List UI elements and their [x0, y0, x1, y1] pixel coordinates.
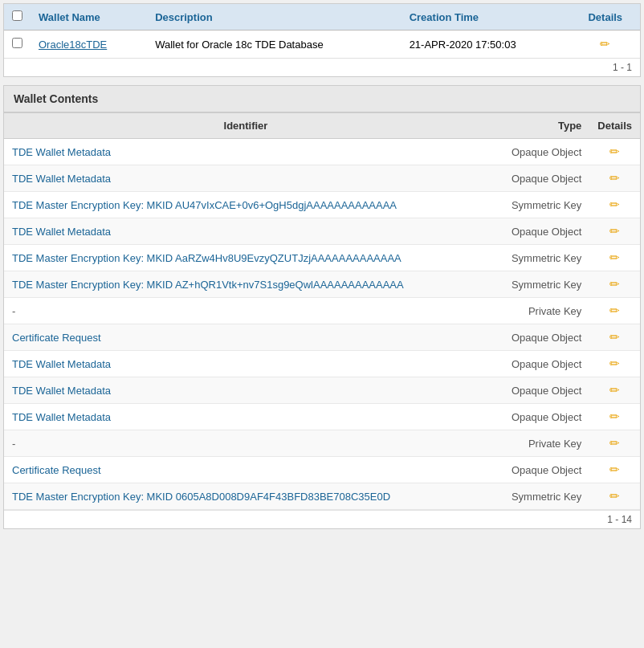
identifier-link[interactable]: Certificate Request: [12, 464, 101, 476]
contents-row: Certificate RequestOpaque Object: [4, 457, 640, 483]
identifier-link[interactable]: TDE Master Encryption Key: MKID AaRZw4Hv…: [12, 252, 401, 264]
contents-type-cell: Private Key: [487, 298, 589, 324]
contents-row: TDE Master Encryption Key: MKID 0605A8D0…: [4, 483, 640, 510]
contents-edit-icon[interactable]: [609, 463, 620, 476]
contents-type-cell: Symmetric Key: [487, 192, 589, 218]
contents-identifier-cell: TDE Wallet Metadata: [4, 165, 487, 192]
contents-identifier-cell: TDE Master Encryption Key: MKID AaRZw4Hv…: [4, 245, 487, 271]
contents-identifier-cell: -: [4, 430, 487, 457]
wallet-list-section: Wallet Name Description Creation Time De…: [3, 3, 641, 77]
contents-edit-icon[interactable]: [609, 251, 620, 264]
contents-pagination: 1 - 14: [4, 510, 640, 528]
contents-edit-icon[interactable]: [609, 330, 620, 344]
contents-details-cell: [589, 483, 640, 510]
identifier-link[interactable]: TDE Wallet Metadata: [12, 146, 111, 158]
contents-edit-icon[interactable]: [609, 198, 620, 211]
identifier-link[interactable]: TDE Master Encryption Key: MKID AZ+hQR1V…: [12, 279, 404, 291]
contents-type-cell: Symmetric Key: [487, 483, 589, 510]
contents-details-cell: [589, 404, 640, 430]
identifier-link[interactable]: TDE Master Encryption Key: MKID AU47vIxC…: [12, 199, 397, 211]
identifier-link[interactable]: TDE Wallet Metadata: [12, 358, 111, 370]
wallet-name-link[interactable]: Oracle18cTDE: [39, 39, 107, 51]
contents-identifier-cell: TDE Wallet Metadata: [4, 404, 487, 430]
details-cell: [571, 31, 640, 59]
top-pagination: 1 - 1: [4, 59, 640, 76]
contents-row: -Private Key: [4, 298, 640, 324]
contents-details-cell: [589, 457, 640, 483]
identifier-link[interactable]: TDE Wallet Metadata: [12, 411, 111, 423]
contents-identifier-cell: TDE Master Encryption Key: MKID AU47vIxC…: [4, 192, 487, 218]
contents-row: TDE Wallet MetadataOpaque Object: [4, 139, 640, 165]
contents-row: Certificate RequestOpaque Object: [4, 324, 640, 351]
contents-row: TDE Master Encryption Key: MKID AaRZw4Hv…: [4, 245, 640, 271]
contents-identifier-cell: TDE Wallet Metadata: [4, 218, 487, 245]
identifier-link[interactable]: TDE Wallet Metadata: [12, 226, 111, 238]
identifier-link[interactable]: TDE Wallet Metadata: [12, 173, 111, 185]
contents-details-cell: [589, 218, 640, 245]
contents-details-cell: [589, 351, 640, 377]
contents-edit-icon[interactable]: [609, 357, 620, 370]
contents-type-cell: Opaque Object: [487, 139, 589, 165]
identifier-link[interactable]: TDE Wallet Metadata: [12, 385, 111, 397]
wallet-contents-section: Wallet Contents Identifier Type Details …: [3, 85, 641, 529]
contents-identifier-cell: -: [4, 298, 487, 324]
details-header: Details: [571, 4, 640, 31]
contents-identifier-cell: Certificate Request: [4, 457, 487, 483]
contents-edit-icon[interactable]: [609, 436, 620, 450]
contents-details-cell: [589, 324, 640, 351]
contents-identifier-cell: TDE Master Encryption Key: MKID AZ+hQR1V…: [4, 271, 487, 298]
contents-type-cell: Private Key: [487, 430, 589, 457]
row-checkbox[interactable]: [12, 38, 22, 48]
contents-type-cell: Opaque Object: [487, 377, 589, 404]
wallet-name-header: Wallet Name: [31, 4, 147, 31]
contents-edit-icon[interactable]: [609, 224, 620, 238]
contents-type-cell: Opaque Object: [487, 165, 589, 192]
contents-edit-icon[interactable]: [609, 304, 620, 317]
row-checkbox-cell: [4, 31, 31, 59]
contents-edit-icon[interactable]: [609, 171, 620, 185]
contents-details-cell: [589, 298, 640, 324]
contents-edit-icon[interactable]: [609, 383, 620, 397]
description-header: Description: [147, 4, 401, 31]
contents-type-cell: Opaque Object: [487, 351, 589, 377]
identifier-link[interactable]: TDE Master Encryption Key: MKID 0605A8D0…: [12, 491, 390, 503]
details-col-header: Details: [589, 113, 640, 139]
contents-edit-icon[interactable]: [609, 410, 620, 423]
creation-time-header: Creation Time: [401, 4, 571, 31]
contents-identifier-cell: TDE Master Encryption Key: MKID 0605A8D0…: [4, 483, 487, 510]
contents-row: TDE Wallet MetadataOpaque Object: [4, 351, 640, 377]
contents-type-cell: Opaque Object: [487, 457, 589, 483]
contents-row: TDE Wallet MetadataOpaque Object: [4, 377, 640, 404]
contents-edit-icon[interactable]: [609, 277, 620, 291]
select-all-checkbox[interactable]: [12, 10, 22, 21]
identifier-header: Identifier: [4, 113, 487, 139]
contents-details-cell: [589, 165, 640, 192]
contents-type-cell: Opaque Object: [487, 324, 589, 351]
contents-table: Identifier Type Details TDE Wallet Metad…: [4, 112, 640, 510]
contents-identifier-cell: TDE Wallet Metadata: [4, 377, 487, 404]
contents-details-cell: [589, 245, 640, 271]
contents-details-cell: [589, 139, 640, 165]
creation-time-cell: 21-APR-2020 17:50:03: [401, 31, 571, 59]
contents-details-cell: [589, 271, 640, 298]
identifier-link[interactable]: Certificate Request: [12, 332, 101, 344]
contents-identifier-cell: TDE Wallet Metadata: [4, 139, 487, 165]
wallet-table: Wallet Name Description Creation Time De…: [4, 4, 640, 59]
contents-identifier-cell: Certificate Request: [4, 324, 487, 351]
wallet-name-cell: Oracle18cTDE: [31, 31, 147, 59]
contents-row: TDE Master Encryption Key: MKID AU47vIxC…: [4, 192, 640, 218]
contents-row: TDE Wallet MetadataOpaque Object: [4, 218, 640, 245]
contents-details-cell: [589, 192, 640, 218]
wallet-contents-title: Wallet Contents: [4, 86, 640, 112]
table-row: Oracle18cTDE Wallet for Oracle 18c TDE D…: [4, 31, 640, 59]
contents-edit-icon[interactable]: [609, 145, 620, 158]
contents-edit-icon[interactable]: [609, 489, 620, 503]
contents-details-cell: [589, 430, 640, 457]
contents-row: TDE Wallet MetadataOpaque Object: [4, 404, 640, 430]
contents-type-cell: Symmetric Key: [487, 271, 589, 298]
page-wrapper: Wallet Name Description Creation Time De…: [0, 0, 644, 532]
select-all-header: [4, 4, 31, 31]
edit-icon[interactable]: [600, 37, 610, 51]
contents-identifier-cell: TDE Wallet Metadata: [4, 351, 487, 377]
contents-row: -Private Key: [4, 430, 640, 457]
